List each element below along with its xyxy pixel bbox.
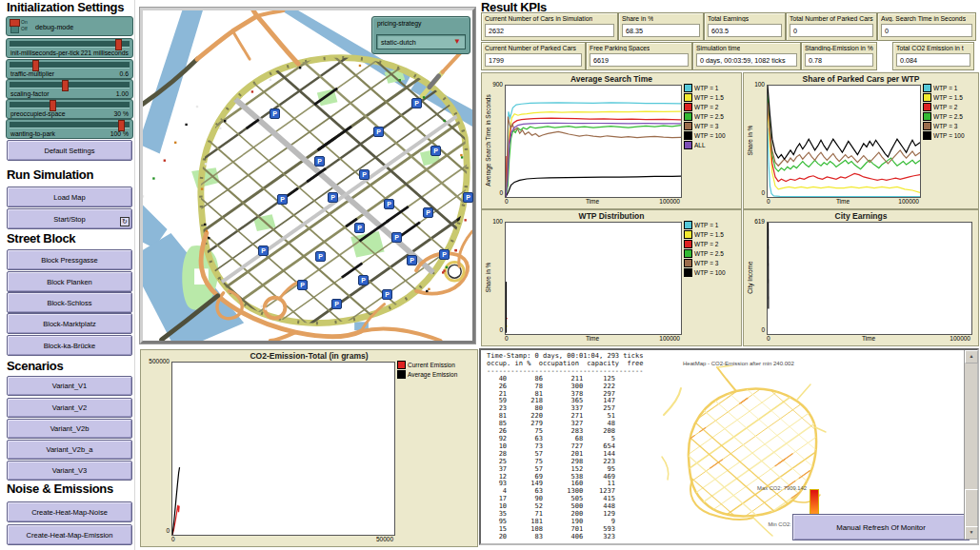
plot-area (505, 222, 682, 335)
legend-item: WTP = 1.5 (684, 92, 739, 102)
parking-icon: P (314, 156, 325, 167)
switch-knob-icon[interactable] (10, 19, 20, 27)
plot-co2_total: CO2-Emission-Total (in grams)50000000500… (140, 349, 478, 547)
manual-refresh-button[interactable]: Manual Refresh Of Monitor (792, 514, 970, 540)
street-block-button-2[interactable]: Block-Schloss (7, 292, 132, 313)
legend-swatch (684, 240, 692, 248)
legend-item: WTP = 1 (923, 83, 976, 92)
legend-item: WTP = 2.5 (923, 111, 976, 121)
plot-city_earnings: City Earnings61900100000TimeCity Income (743, 209, 979, 346)
legend-item: WTP = 2 (684, 102, 739, 111)
heatmap-grid (660, 365, 827, 537)
slider-label: scaling-factor (10, 90, 49, 97)
slider-init-milliseconds-per-tick[interactable]: init-milliseconds-per-tick221 millisecon… (6, 38, 133, 58)
ymax-tick: 100 (492, 218, 503, 225)
legend-swatch (923, 84, 931, 92)
plot-legend: WTP = 1WTP = 1.5WTP = 2WTP = 2.5WTP = 3W… (923, 83, 976, 140)
monitor-2: Simulation time0 days, 00:03:59, 1082 ti… (692, 42, 801, 70)
scenario-button-1[interactable]: Variant_V2 (7, 398, 132, 418)
slider-track (10, 82, 130, 88)
street-block-button-3[interactable]: Block-Marktplatz (7, 313, 132, 334)
legend-label: WTP = 2.5 (694, 113, 724, 120)
monitor-value: 68.35 (622, 24, 700, 37)
street-block-button-1[interactable]: Block Planken (7, 271, 132, 292)
ymin-tick: 0 (499, 189, 503, 196)
street-block-button-0[interactable]: Block Pressgasse (7, 249, 132, 270)
legend-item: WTP = 3 (684, 121, 739, 130)
legend-swatch (684, 122, 692, 130)
monitor-label: Free Parking Spaces (590, 45, 650, 51)
slider-value: 221 milliseconds (81, 49, 129, 56)
legend-item: WTP = 100 (923, 130, 976, 140)
legend-swatch (684, 112, 692, 121)
panel-divider (134, 0, 135, 550)
parking-icon: P (373, 127, 384, 137)
run-button-0[interactable]: Load Map (7, 187, 132, 207)
legend-swatch (923, 103, 931, 111)
legend-swatch (684, 230, 692, 239)
scroll-up-icon[interactable]: ▲ (965, 350, 978, 363)
heatmap-button-0[interactable]: Create-Heat-Map-Noise (7, 501, 132, 522)
scenario-button-3[interactable]: Variant_V2b_a (7, 440, 132, 460)
switch-on-label: On (21, 19, 28, 25)
legend-item: WTP = 2 (923, 102, 976, 111)
slider-traffic-multiplier[interactable]: traffic-multiplier0.6 (6, 59, 133, 79)
parking-icon: P (430, 146, 441, 156)
parking-icon: P (463, 192, 473, 203)
ymax-tick: 900 (492, 81, 503, 88)
park-shapes (182, 69, 440, 310)
legend-label: WTP = 2 (933, 104, 957, 110)
legend-swatch (684, 268, 692, 277)
scenario-button-4[interactable]: Variant_V3 (7, 461, 132, 481)
monitor-label: Simulation time (696, 45, 740, 51)
heatmap-button-1[interactable]: Create-Heat-Map-Emission (7, 524, 132, 545)
chooser-label: pricing-strategy (377, 20, 421, 27)
plot-wtp_distribution: WTP Distribution10000100000TimeShare in … (481, 209, 742, 346)
slider-handle[interactable] (62, 80, 69, 91)
debug-mode-switch[interactable]: On Off debug-mode (6, 16, 133, 36)
legend-item: WTP = 1.5 (684, 229, 739, 239)
output-text: Time-Stamp: 0 days, 00:01:04, 293 ticks … (487, 353, 643, 541)
ymax-tick: 100 (754, 81, 765, 88)
legend-label: WTP = 3 (694, 260, 718, 266)
slider-wanting-to-park[interactable]: wanting-to-park100 % (6, 119, 133, 139)
monitor-0: Current Number of Parked Cars1799 (481, 42, 586, 70)
legend-swatch (684, 249, 692, 258)
output-scrollbar[interactable]: ▲ ▼ (964, 350, 977, 540)
xlabel: Time (505, 198, 680, 205)
legend-label: WTP = 1.5 (933, 94, 963, 101)
default-settings-button[interactable]: Default Settings (7, 140, 132, 161)
scrollbar-thumb[interactable] (965, 489, 978, 529)
scenario-button-2[interactable]: Variant_V2b (7, 419, 132, 439)
legend-item: ALL (684, 140, 739, 149)
monitor-value: 603.5 (708, 24, 782, 37)
legend-item: WTP = 3 (923, 121, 976, 130)
output-monitor: Time-Stamp: 0 days, 00:01:04, 293 ticks … (479, 348, 979, 545)
pricing-strategy-chooser[interactable]: pricing-strategy static-dutch ▼ (371, 16, 470, 54)
plot-area (505, 85, 682, 198)
slider-preoccupied-space[interactable]: preoccupied-space30 % (6, 99, 133, 119)
parking-icon: P (331, 299, 342, 309)
plot-title: City Earnings (744, 211, 978, 221)
ymin-tick: 0 (761, 189, 765, 196)
parking-icon: P (411, 98, 422, 108)
street-block-button-4[interactable]: Block-ka-Brücke (7, 335, 132, 356)
run-button-1[interactable]: Start/Stop↻ (7, 208, 132, 229)
scenario-button-0[interactable]: Variant_V1 (7, 376, 132, 396)
dropdown-icon: ▼ (453, 37, 461, 47)
legend-label: WTP = 2 (694, 104, 718, 110)
monitor-label: Standing-Emission in % (805, 45, 873, 51)
legend-label: Current Emission (408, 362, 455, 368)
ymin-tick: 0 (499, 326, 503, 333)
legend-item: Current Emission (397, 360, 475, 369)
plot-legend: WTP = 1WTP = 1.5WTP = 2WTP = 2.5WTP = 3W… (684, 83, 739, 149)
chooser-value[interactable]: static-dutch ▼ (376, 34, 466, 49)
monitor-4: Total CO2 Emission in t0.084 (892, 42, 974, 70)
netlogo-parking-simulation: Initialization Settings On Off debug-mod… (0, 0, 980, 550)
switch-label: debug-mode (35, 23, 73, 31)
slider-label: traffic-multiplier (10, 70, 54, 77)
xlabel: Time (767, 198, 919, 205)
scroll-down-icon[interactable]: ▼ (965, 526, 978, 540)
slider-scaling-factor[interactable]: scaling-factor1.00 (6, 79, 133, 99)
legend-item: WTP = 1 (684, 220, 739, 229)
